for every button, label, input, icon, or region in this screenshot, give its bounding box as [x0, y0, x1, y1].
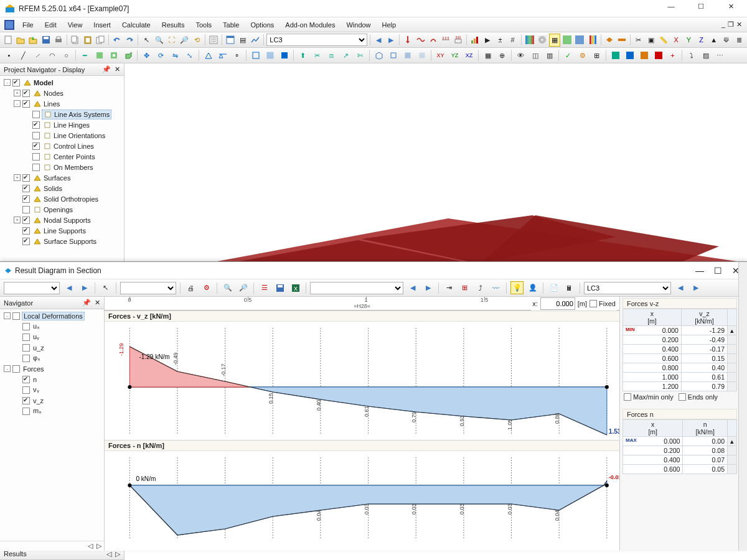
- clip-plane-icon[interactable]: ✂: [633, 34, 644, 47]
- dtab-next-icon[interactable]: ▷: [96, 542, 101, 550]
- menu-insert[interactable]: Insert: [88, 20, 116, 30]
- color-box-g-icon[interactable]: [609, 49, 622, 62]
- isoline-icon[interactable]: [537, 34, 548, 47]
- filter-members-icon[interactable]: [616, 34, 627, 47]
- dlg-tree-item[interactable]: uₓ: [1, 321, 103, 332]
- join-icon[interactable]: ⧈: [325, 49, 338, 62]
- rotate-icon[interactable]: ⟳: [154, 49, 167, 62]
- tree-item[interactable]: Line Orientations: [1, 130, 123, 141]
- result-icon[interactable]: [469, 34, 481, 47]
- support-icon[interactable]: ▲: [708, 34, 720, 47]
- maxmin-checkbox[interactable]: Max/min only: [624, 393, 674, 401]
- zoom-win-icon[interactable]: 🔎: [179, 34, 190, 47]
- loadcase-selector[interactable]: LC3: [266, 34, 367, 46]
- next-section-icon[interactable]: ▶: [78, 281, 91, 294]
- excel-icon[interactable]: X: [289, 281, 302, 294]
- support-line-icon[interactable]: [216, 49, 229, 62]
- close-button[interactable]: ✕: [720, 2, 742, 15]
- xz-plane-icon[interactable]: XZ: [463, 49, 476, 62]
- color-box-r-icon[interactable]: [652, 49, 665, 62]
- menu-table[interactable]: Table: [218, 20, 244, 30]
- yz-plane-icon[interactable]: YZ: [448, 49, 461, 62]
- find-icon[interactable]: 🔍: [153, 34, 164, 47]
- dotted-icon[interactable]: ⋯: [713, 49, 726, 62]
- prev-lc-icon[interactable]: ◀: [373, 34, 384, 47]
- color-box-b-icon[interactable]: [623, 49, 636, 62]
- menu-addons[interactable]: Add-on Modules: [280, 20, 340, 30]
- light-icon[interactable]: 💡: [510, 281, 524, 294]
- move-icon[interactable]: ✥: [140, 49, 153, 62]
- config-icon[interactable]: ⚙: [200, 281, 213, 294]
- tree-item[interactable]: Line Supports: [1, 225, 123, 236]
- arc-icon[interactable]: ◠: [45, 49, 59, 62]
- menu-view[interactable]: View: [63, 20, 88, 30]
- next-lc-icon[interactable]: ▶: [385, 34, 397, 47]
- dlg-tree-item[interactable]: v_z: [1, 395, 103, 406]
- scale-icon[interactable]: ⤡: [183, 49, 196, 62]
- save-diagram-icon[interactable]: [273, 281, 286, 294]
- solid-render-icon[interactable]: [278, 49, 291, 62]
- extrude-icon[interactable]: ⬆: [296, 49, 309, 62]
- tree-item[interactable]: Line Axis Systems: [1, 109, 123, 119]
- tree-item[interactable]: +Nodes: [1, 88, 123, 98]
- select-arrow-icon[interactable]: ↖: [141, 34, 152, 47]
- print-icon[interactable]: [53, 34, 64, 47]
- section-selector-2[interactable]: [120, 282, 176, 294]
- prev-lc-dlg-icon[interactable]: ◀: [674, 281, 687, 294]
- line-load-icon[interactable]: [440, 34, 451, 47]
- solid-icon[interactable]: [121, 49, 134, 62]
- zoom-in-icon[interactable]: 🔍: [221, 281, 234, 294]
- tool-c-icon[interactable]: ⤴: [474, 281, 487, 294]
- divide-icon[interactable]: ✂: [311, 49, 324, 62]
- result-anim-icon[interactable]: ▶: [482, 34, 493, 47]
- dlg-tree-item[interactable]: uᵧ: [1, 332, 103, 342]
- tree-item[interactable]: +Nodal Supports: [1, 215, 123, 225]
- tree-item[interactable]: -Model: [1, 77, 123, 88]
- dlg-tree-item[interactable]: mₓ: [1, 406, 103, 416]
- maximize-button[interactable]: ☐: [690, 2, 712, 15]
- calc-icon[interactable]: 🖩: [563, 281, 576, 294]
- generate-icon[interactable]: ⚙: [576, 49, 589, 62]
- fixed-checkbox[interactable]: Fixed: [590, 300, 616, 307]
- support-nodal-icon[interactable]: [202, 49, 215, 62]
- dlg-nav-tree[interactable]: -Local Deformationsuₓuᵧu_zφₓ-Forcesnvᵧv_…: [0, 309, 104, 541]
- cube-side-icon[interactable]: [415, 49, 428, 62]
- polyline-icon[interactable]: ⟋: [31, 49, 44, 62]
- zoom-prev-icon[interactable]: ⟲: [191, 34, 202, 47]
- minimize-button[interactable]: —: [660, 2, 682, 15]
- tree-item[interactable]: +Surfaces: [1, 172, 123, 183]
- fe-mesh-icon[interactable]: ▦: [549, 34, 560, 47]
- display-options-icon[interactable]: ▤: [237, 34, 248, 47]
- add-red-icon[interactable]: +: [666, 49, 679, 62]
- hinge-icon[interactable]: ⚬: [230, 49, 243, 62]
- dlg-tree-item[interactable]: u_z: [1, 342, 103, 353]
- app-menu-icon[interactable]: [2, 20, 16, 30]
- section-view-icon[interactable]: ▣: [646, 34, 657, 47]
- scrollbar[interactable]: [738, 297, 747, 551]
- dlg-maximize-button[interactable]: ☐: [714, 266, 722, 276]
- line-icon[interactable]: ╱: [17, 49, 30, 62]
- shaded-icon[interactable]: [263, 49, 276, 62]
- solid-blue-icon[interactable]: [574, 34, 585, 47]
- close-panel-icon[interactable]: ✕: [115, 65, 120, 73]
- loadcase-select-dlg[interactable]: LC3: [584, 282, 671, 294]
- axis-z-icon[interactable]: Z: [695, 34, 707, 47]
- misc-selector[interactable]: [310, 282, 403, 294]
- menu-options[interactable]: Options: [245, 20, 279, 30]
- list-loads-icon[interactable]: ≣: [733, 34, 745, 47]
- tree-item[interactable]: Line Hinges: [1, 119, 123, 130]
- tab-prev-icon[interactable]: ◁: [106, 550, 111, 558]
- filter-icon[interactable]: ☰: [258, 281, 271, 294]
- prev-section-icon[interactable]: ◀: [62, 281, 75, 294]
- mdi-minimize-icon[interactable]: _: [721, 21, 725, 29]
- grid-icon[interactable]: ▦: [481, 49, 494, 62]
- extend-icon[interactable]: ↗: [339, 49, 352, 62]
- dlg-tree-item[interactable]: -Local Deformations: [1, 310, 103, 321]
- dlg-tree-item[interactable]: vᵧ: [1, 385, 103, 395]
- section-selector-1[interactable]: [4, 282, 60, 294]
- ends-checkbox[interactable]: Ends only: [679, 393, 718, 401]
- dlg-close-panel-icon[interactable]: ✕: [95, 299, 100, 307]
- tool-b-icon[interactable]: ⊞: [458, 281, 471, 294]
- color-scale-icon[interactable]: [586, 34, 598, 47]
- duplicate-icon[interactable]: [95, 34, 106, 47]
